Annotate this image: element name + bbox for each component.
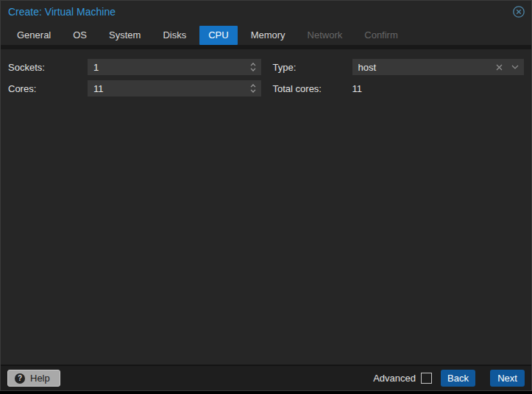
dialog-header: Create: Virtual Machine (1, 1, 531, 23)
close-icon (512, 5, 525, 18)
cores-input[interactable] (88, 81, 249, 96)
tab-confirm: Confirm (355, 26, 407, 45)
tab-os[interactable]: OS (64, 26, 96, 45)
cpu-panel: Sockets: (1, 49, 531, 365)
advanced-label: Advanced (373, 373, 416, 384)
type-label: Type: (273, 62, 352, 73)
next-button[interactable]: Next (490, 370, 525, 387)
type-row: Type: (273, 59, 525, 75)
sockets-field (88, 59, 261, 75)
tab-memory[interactable]: Memory (242, 26, 294, 45)
sockets-label: Sockets: (8, 62, 88, 73)
chevron-down-icon[interactable] (511, 64, 519, 70)
cores-spinner[interactable] (249, 82, 257, 94)
advanced-checkbox[interactable] (421, 373, 432, 384)
clear-icon[interactable] (495, 63, 503, 71)
tab-cpu[interactable]: CPU (199, 26, 237, 45)
type-combobox (352, 59, 525, 75)
total-cores-row: Total cores: 11 (273, 80, 525, 96)
sockets-row: Sockets: (8, 59, 261, 75)
type-input[interactable] (353, 60, 496, 74)
dialog-title: Create: Virtual Machine (8, 6, 116, 18)
tab-system[interactable]: System (100, 26, 149, 45)
help-button[interactable]: ? Help (7, 370, 60, 387)
tab-network: Network (299, 26, 352, 45)
dialog-footer: ? Help Advanced Back Next (1, 366, 531, 390)
help-button-label: Help (30, 373, 50, 384)
wizard-tabbar: General OS System Disks CPU Memory Netwo… (1, 23, 531, 45)
cores-row: Cores: (8, 80, 261, 96)
back-button[interactable]: Back (441, 370, 475, 387)
cores-label: Cores: (8, 83, 88, 94)
tab-general[interactable]: General (8, 26, 60, 45)
sockets-spinner[interactable] (249, 61, 257, 73)
sockets-input[interactable] (88, 60, 249, 74)
close-button[interactable] (512, 5, 525, 18)
question-circle-icon: ? (15, 373, 25, 384)
cores-field (88, 80, 261, 96)
total-cores-label: Total cores: (273, 83, 352, 94)
total-cores-value: 11 (352, 83, 363, 94)
create-vm-dialog: Create: Virtual Machine General OS Syste… (0, 0, 532, 391)
tab-disks[interactable]: Disks (154, 26, 195, 45)
